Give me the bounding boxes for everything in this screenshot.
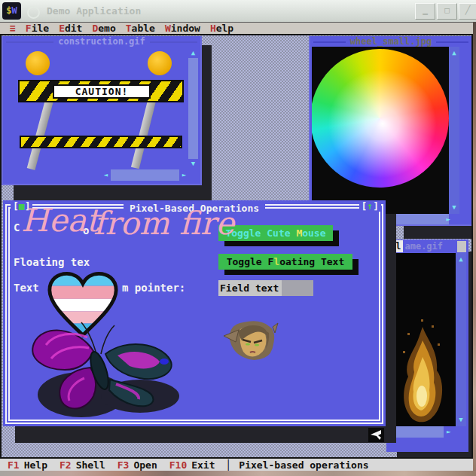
caution-sign: CAUTION! [53,84,151,99]
wheel-titlebar[interactable]: wheel_small.jpg [310,36,471,47]
barrier-lamp-right [148,51,172,75]
scrollbar-thumb[interactable] [395,214,449,224]
flame-title-chip [457,241,466,252]
menu-file[interactable]: File [26,23,49,34]
flame-hscrollbar[interactable]: ► [389,426,466,438]
scrollbar-track[interactable] [111,169,179,181]
construction-titlebar[interactable]: construction.gif [3,36,200,47]
construction-vscrollbar[interactable]: ▲ ▼ [188,48,198,169]
barrier-upper-bar: CAUTION! [18,80,184,102]
floating-text-from-fire: from fire [93,206,234,241]
wheel-shadow [404,226,473,239]
floating-text-heat: Heat [21,203,99,238]
wallpaper-sliver-right [473,22,476,476]
wheel-window: wheel_small.jpg ▲ ▼ ► [309,36,473,226]
maximize-icon: □ [444,5,450,15]
elf-face-image [223,319,279,362]
screen-border-left [0,35,2,457]
status-open[interactable]: F3Open [117,459,157,471]
barrier-leg-left [27,94,55,170]
construction-image: CAUTION! [3,47,188,170]
scroll-up-icon[interactable]: ▲ [456,255,466,264]
pixel-shadow-right [386,214,396,443]
menu-help[interactable]: Help [210,23,233,34]
scroll-right-icon[interactable]: ► [179,169,189,181]
barrier-lower-bar [20,136,182,148]
menu-demo[interactable]: Demo [92,23,115,34]
flame-vscrollbar[interactable]: ▲ ▼ [456,253,466,426]
text-field-empty[interactable] [282,280,313,296]
hamburger-menu-icon[interactable]: ≡ [10,23,16,34]
minimize-button[interactable]: ▁ [415,3,435,20]
label-floating-text: Floating tex [14,256,90,268]
status-bar: F1Help F2Shell F3Open F10Exit │ Pixel-ba… [0,457,473,471]
status-shell[interactable]: F2Shell [60,459,105,471]
scroll-down-icon[interactable]: ▼ [449,203,459,212]
butterfly-image [21,315,182,420]
screen: $W Demo Application ▁ □ ╱ ≡ File Edit De… [0,0,476,476]
scroll-right-icon[interactable]: ► [447,426,450,438]
fire-graphic [398,318,447,426]
flame-titlebar[interactable]: fl ame.gif [386,240,468,253]
scroll-up-icon[interactable]: ▲ [449,48,459,58]
label-text: Text [14,282,39,294]
wallpaper-sliver-bottom [0,471,476,476]
scroll-left-icon[interactable]: ◄ [101,169,111,181]
text-field[interactable]: Field text [218,280,313,296]
construction-window-title: construction.gif [53,36,150,47]
status-help[interactable]: F1Help [8,459,47,471]
menu-window[interactable]: Window [165,23,200,34]
zoom-arrow-icon: ↑ [367,200,373,212]
label-pointer: m pointer: [122,282,185,294]
cursor-arrow-icon [368,428,384,442]
close-icon: ╱ [465,5,471,15]
window-title: Demo Application [47,5,141,17]
app-icon-text: $ [6,5,11,16]
scroll-down-icon[interactable]: ▼ [456,415,466,425]
scrollbar-thumb[interactable] [389,426,444,438]
window-menu-icon[interactable] [27,6,40,19]
window-zoom-button[interactable]: [↑] [359,200,381,212]
barrier-lamp-left [26,51,50,75]
wheel-vscrollbar[interactable]: ▲ ▼ [449,47,459,214]
flame-window: fl ame.gif ▲ ▼ ► [386,240,468,452]
scroll-up-icon[interactable]: ▲ [188,48,198,58]
construction-shadow-bottom [14,185,212,200]
barrier-leg-right [131,94,157,169]
text-field-value[interactable]: Field text [218,280,282,296]
scroll-down-icon[interactable]: ▼ [188,159,198,169]
label-c: C [14,221,20,233]
close-button[interactable]: ╱ [459,3,476,20]
scroll-right-icon[interactable]: ► [447,214,450,224]
menu-bar: ≡ File Edit Demo Table Window Help [0,22,473,35]
minimize-icon: ▁ [423,5,428,15]
mouse-cursor [368,428,384,442]
construction-shadow [202,45,212,185]
status-divider: │ [226,459,232,471]
os-titlebar[interactable]: $W Demo Application ▁ □ ╱ [0,0,476,22]
flame-image [389,253,456,426]
menu-edit[interactable]: Edit [59,23,82,34]
construction-window: construction.gif CAUTION! ▲ ▼ ◄ ► [2,36,202,185]
flame-title-rest: ame.gif [404,241,443,252]
construction-hscrollbar[interactable]: ◄ ► [101,169,189,181]
menu-table[interactable]: Table [126,23,155,34]
pixel-shadow-bottom [15,425,386,443]
status-exit[interactable]: F10Exit [169,459,215,471]
wheel-window-title: wheel_small.jpg [346,36,436,47]
status-hint: Pixel-based operations [239,459,368,471]
app-icon: $W [2,2,21,20]
toggle-floating-text-button[interactable]: Toggle Floating Text [218,254,352,270]
color-wheel-image [312,47,449,214]
pixel-operations-window: Pixel-Based Operations [■] [↑] C o Heat … [3,200,386,426]
flame-shadow-bottom [397,452,471,457]
color-wheel [312,49,449,188]
maximize-button[interactable]: □ [437,3,457,20]
toggle-cute-mouse-button[interactable]: Toggle Cute Mouse [218,225,333,241]
